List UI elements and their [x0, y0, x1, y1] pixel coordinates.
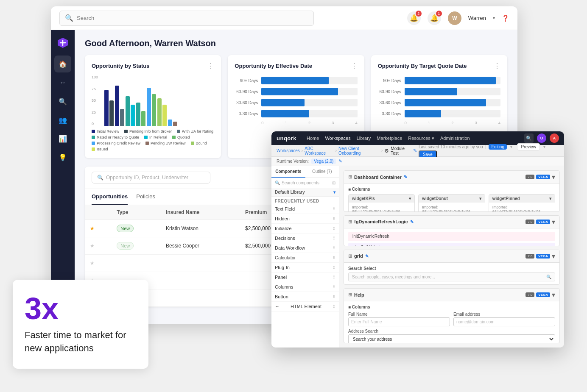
unqork-nav-workspaces[interactable]: Workspaces [325, 136, 350, 141]
canvas-badges-3: 7.0 VEGA ▾ [526, 252, 555, 260]
sidebar-item-lightbulb[interactable]: 💡 [54, 149, 71, 166]
search-select-input[interactable]: Search people, cases, meetings and more.… [348, 272, 555, 281]
user-name: Warren [468, 15, 486, 21]
legend-bound: Bound [196, 141, 207, 145]
unqork-nav: Home Workspaces Library Marketplace Reso… [307, 136, 470, 141]
unqork-nav-marketplace[interactable]: Marketplace [377, 136, 402, 141]
widget-kpis-chevron[interactable]: ▾ [409, 196, 411, 201]
canvas-chevron-2[interactable]: ▾ [552, 218, 555, 226]
component-html-element[interactable]: ← HTML Element ⠿ [271, 302, 339, 311]
sidebar-item-workflows[interactable]: ↔ [54, 74, 71, 91]
preview-button[interactable]: Preview [517, 143, 540, 150]
sidebar-item-home[interactable]: 🏠 [54, 56, 71, 72]
canvas-chevron-1[interactable]: ▾ [552, 173, 555, 181]
table-search-icon: 🔍 [97, 175, 103, 181]
drag-handle-7[interactable]: ⠿ [333, 265, 335, 270]
drag-handle-8[interactable]: ⠿ [333, 275, 335, 280]
canvas-block-header-4: ⊞ Help 7.0 VEGA ▾ [344, 289, 559, 301]
drag-handle[interactable]: ⠿ [333, 207, 335, 211]
search-bar[interactable]: 🔍 [59, 11, 314, 26]
chart-title-3: Opportunity By Target Quote Date [378, 63, 467, 69]
widget-donut-chevron[interactable]: ▾ [479, 196, 481, 201]
drag-handle-11[interactable]: ⠿ [333, 304, 335, 309]
star-cell-3[interactable]: ★ [85, 255, 112, 272]
lib-header: Default Library ▾ [271, 188, 339, 197]
sidebar-item-users[interactable]: 👥 [54, 111, 71, 128]
canvas-dashboard-container: ⊞ Dashboard Container ✎ 7.0 VEGA ▾ ■ Col… [344, 170, 560, 212]
component-button[interactable]: Button ⠿ [271, 292, 339, 302]
component-data-workflow[interactable]: Data Workflow ⠿ [271, 243, 339, 253]
editing-chevron[interactable]: ▾ [510, 145, 512, 149]
preview-chevron[interactable]: ▾ [543, 145, 545, 149]
component-calculator[interactable]: Calculator ⠿ [271, 253, 339, 263]
drag-handle-4[interactable]: ⠿ [333, 236, 335, 241]
drag-handle-10[interactable]: ⠿ [333, 295, 335, 299]
form-email-field: Email address [453, 312, 555, 326]
email-input[interactable] [453, 317, 555, 326]
init-dynamic-refresh: initDynamicRefresh [348, 232, 555, 241]
component-hidden[interactable]: Hidden ⠿ [271, 214, 339, 224]
canvas-chevron-4[interactable]: ▾ [552, 291, 555, 299]
sidebar-item-charts[interactable]: 📊 [54, 130, 71, 147]
component-columns[interactable]: Columns ⠿ [271, 282, 339, 292]
lib-chevron[interactable]: ▾ [333, 190, 335, 195]
version-badge-2: 7.0 [526, 220, 534, 224]
drag-handle-6[interactable]: ⠿ [333, 256, 335, 260]
runtime-version[interactable]: Vega (2.0) [311, 158, 336, 164]
panel-tab-outline[interactable]: Outline (7) [305, 166, 339, 178]
star-cell-2[interactable]: ★ [85, 237, 112, 255]
canvas-edit-icon-1[interactable]: ✎ [404, 175, 407, 179]
editing-badge[interactable]: Editing [489, 144, 507, 150]
component-plugin[interactable]: Plug-In ⠿ [271, 263, 339, 272]
component-initialize[interactable]: Initialize ⠿ [271, 224, 339, 234]
widget-donut: widgetDonut ▾ Imported: 66faf422c8b4593e… [418, 194, 485, 212]
search-icon-grid: 🔍 [546, 275, 551, 279]
fullname-input[interactable] [348, 317, 450, 326]
tab-opportunities[interactable]: Opportunities [92, 189, 128, 205]
chart-menu-3[interactable]: ⋮ [494, 62, 500, 70]
unqork-search-btn[interactable]: 🔍 [524, 133, 534, 143]
runtime-edit-icon[interactable]: ✎ [338, 158, 342, 164]
saved-info: Last saved 10 minutes ago by you | Editi… [419, 143, 559, 158]
form-fullname-field: Full Name [348, 312, 450, 326]
address-select[interactable]: Search your address [348, 334, 555, 343]
bar-chart-y-axis: 1007550250 [92, 75, 98, 126]
unqork-nav-home[interactable]: Home [307, 136, 319, 141]
breadcrumb-abc[interactable]: ABC Workspace [305, 146, 334, 156]
unqork-nav-library[interactable]: Library [357, 136, 371, 141]
breadcrumb-workspaces[interactable]: Workspaces [277, 148, 300, 153]
notifications-button[interactable]: 🔔 2 [407, 11, 421, 25]
table-search[interactable]: 🔍 Opportunity ID, Product, Underwriter [92, 172, 210, 183]
component-text-field[interactable]: Text Field ⠿ [271, 204, 339, 214]
breadcrumb-onboarding[interactable]: New Client Onboarding [338, 146, 380, 156]
lightbulb-icon: 💡 [59, 153, 67, 161]
widget-pinned-chevron[interactable]: ▾ [549, 196, 551, 201]
canvas-chevron-3[interactable]: ▾ [552, 252, 555, 260]
components-search[interactable]: 🔍 Search components ⊞ [271, 178, 339, 188]
tab-policies[interactable]: Policies [136, 189, 155, 205]
help-icon[interactable]: ❓ [502, 15, 509, 22]
chart-menu-2[interactable]: ⋮ [351, 62, 358, 70]
chevron-down-icon[interactable]: ▾ [493, 16, 495, 20]
component-decisions[interactable]: Decisions ⠿ [271, 234, 339, 243]
star-cell[interactable]: ★ [85, 220, 112, 237]
panel-tab-components[interactable]: Components [271, 166, 305, 178]
legend-pending-uw: Pending UW Review [151, 141, 186, 145]
search-input[interactable] [77, 15, 308, 21]
canvas-edit-icon-3[interactable]: ✎ [365, 254, 369, 259]
drag-handle-2[interactable]: ⠿ [333, 217, 335, 221]
drag-handle-3[interactable]: ⠿ [333, 226, 335, 231]
unqork-nav-admin[interactable]: Administration [440, 136, 470, 141]
chart-menu-1[interactable]: ⋮ [207, 62, 214, 70]
canvas-edit-icon-2[interactable]: ✎ [410, 220, 414, 224]
unqork-nav-resources[interactable]: Resources ▾ [408, 136, 434, 141]
form-name-email-row: Full Name Email address [348, 312, 555, 326]
alerts-button[interactable]: 🔔 1 [428, 11, 441, 25]
drag-handle-5[interactable]: ⠿ [333, 246, 335, 250]
col-insured: Insured Name [161, 205, 240, 220]
runtime-label: Runtime Version: [277, 159, 309, 164]
drag-handle-9[interactable]: ⠿ [333, 285, 335, 289]
chart-title-1: Opportunity by Status [92, 63, 150, 69]
sidebar-item-search[interactable]: 🔍 [54, 93, 71, 110]
component-panel[interactable]: Panel ⠿ [271, 272, 339, 282]
